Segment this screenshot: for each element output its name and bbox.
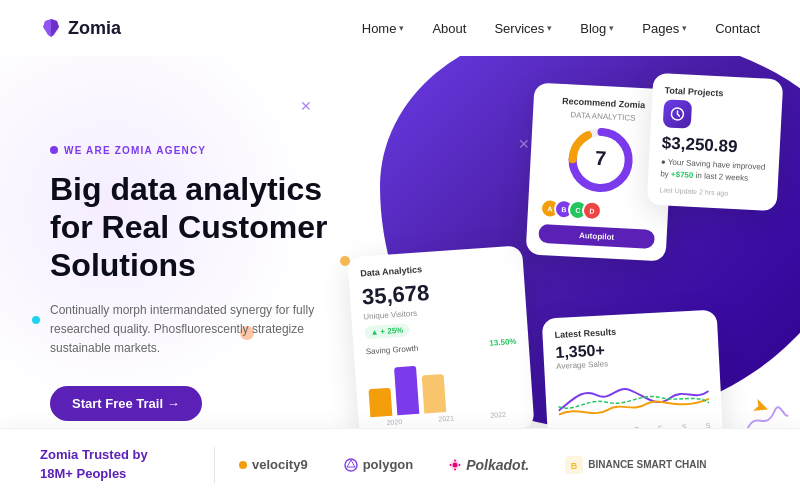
polkadot-icon — [449, 459, 461, 471]
chevron-down-icon: ▾ — [609, 23, 614, 33]
avatar-4: D — [581, 200, 602, 221]
svg-point-8 — [453, 462, 458, 467]
svg-point-9 — [454, 459, 456, 461]
analytics-card: Data Analytics 35,678 Unique Visitors ▲ … — [347, 245, 534, 440]
chevron-down-icon: ▾ — [547, 23, 552, 33]
svg-marker-6 — [347, 460, 355, 467]
nav-about[interactable]: About — [432, 21, 466, 36]
donut-chart: 7 — [541, 122, 661, 198]
svg-point-11 — [450, 464, 452, 466]
brand-polkadot: Polkadot. — [449, 457, 529, 473]
projects-title: Total Projects — [664, 85, 770, 101]
logo[interactable]: Zomia — [40, 17, 121, 39]
saving-improved: ● Your Saving have improved by +$750 in … — [660, 156, 767, 186]
svg-text:7: 7 — [595, 147, 607, 170]
brand-polygon: polygon — [344, 457, 414, 472]
cta-button[interactable]: Start Free Trail → — [50, 386, 202, 421]
results-metric-label: Average Sales — [556, 359, 608, 371]
project-amount: $3,250.89 — [661, 133, 768, 159]
bar-2021 — [394, 366, 419, 415]
nav-home[interactable]: Home ▾ — [362, 21, 405, 36]
nav-contact[interactable]: Contact — [715, 21, 760, 36]
logo-icon — [40, 17, 62, 39]
svg-point-10 — [454, 468, 456, 470]
chevron-down-icon: ▾ — [682, 23, 687, 33]
autopilot-button[interactable]: Autopilot — [538, 224, 655, 249]
recommend-title: Recommend Zomia — [545, 95, 661, 111]
trusted-count: 18M+ Peoples — [40, 466, 126, 481]
project-icon-wrap — [663, 99, 692, 128]
hero-title: Big data analytics for Real Customer Sol… — [50, 170, 330, 285]
trusted-bar: Zomia Trusted by 18M+ Peoples velocity9 … — [0, 428, 800, 500]
logo-text: Zomia — [68, 18, 121, 39]
nav-pages[interactable]: Pages ▾ — [642, 21, 687, 36]
nav-links: Home ▾ About Services ▾ Blog ▾ Pages ▾ C… — [362, 21, 760, 36]
avatar-group: A B C D — [540, 198, 657, 224]
project-icon — [670, 107, 685, 122]
bar-chart — [367, 352, 521, 417]
hero-badge: WE ARE ZOMIA AGENCY — [50, 145, 330, 156]
brand-binance: B BINANCE SMART CHAIN — [565, 456, 706, 474]
bar-2022 — [422, 374, 447, 413]
nav-services[interactable]: Services ▾ — [494, 21, 552, 36]
projects-card: Total Projects $3,250.89 ● Your Saving h… — [647, 73, 784, 212]
recommend-subtitle: DATA ANALYTICS — [545, 109, 661, 124]
saving-label: Saving Growth — [366, 344, 419, 357]
last-update: Last Update 2 hrs ago — [659, 186, 765, 199]
badge-dot — [50, 146, 58, 154]
wave-chart — [557, 371, 710, 424]
polygon-icon — [344, 458, 358, 472]
binance-icon: B — [565, 456, 583, 474]
growth-badge: ▲ + 25% — [364, 323, 410, 339]
saving-amount: +$750 — [671, 170, 694, 180]
hero-description: Continually morph intermandated synergy … — [50, 301, 330, 359]
trusted-label: Zomia Trusted by 18M+ Peoples — [40, 446, 190, 482]
brand-logos: velocity9 polygon Polkadot. B — [239, 456, 707, 474]
svg-text:B: B — [571, 461, 578, 471]
svg-point-12 — [459, 464, 461, 466]
velocity-dot — [239, 461, 247, 469]
chevron-down-icon: ▾ — [399, 23, 404, 33]
nav-blog[interactable]: Blog ▾ — [580, 21, 614, 36]
saving-value: 13.50% — [489, 337, 517, 348]
divider — [214, 447, 215, 483]
bar-2020 — [368, 388, 392, 417]
brand-velocity: velocity9 — [239, 457, 308, 472]
navbar: Zomia Home ▾ About Services ▾ Blog ▾ Pag… — [0, 0, 800, 56]
